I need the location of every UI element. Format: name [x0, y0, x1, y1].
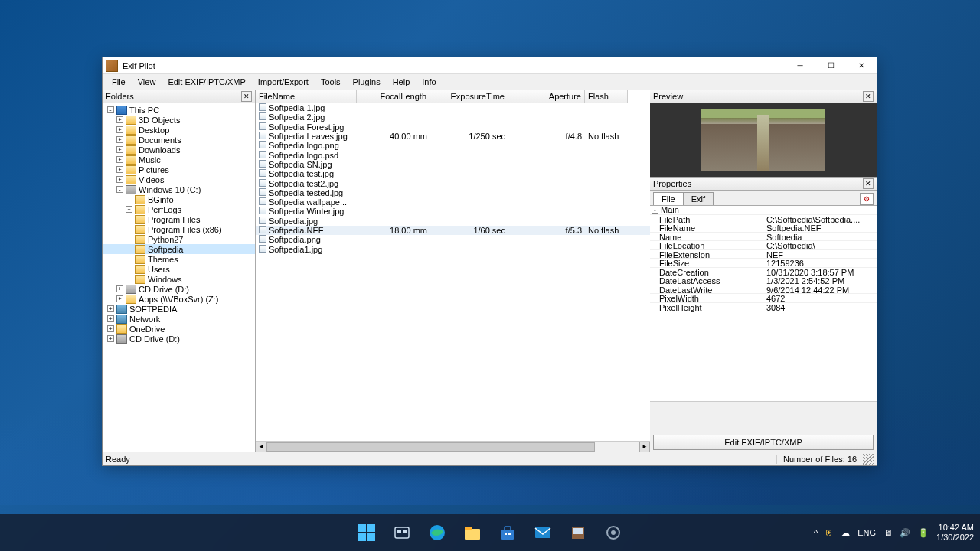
tree-item[interactable]: +Pictures [103, 165, 255, 174]
tree-item[interactable]: +3D Objects [103, 115, 255, 125]
group-toggle-icon[interactable]: - [652, 207, 658, 214]
tree-item[interactable]: +SOFTPEDIA [103, 304, 255, 314]
menu-info[interactable]: Info [416, 76, 442, 88]
tree-toggle-icon[interactable]: + [116, 295, 123, 302]
property-row[interactable]: DateCreation10/31/2020 3:18:57 PM [650, 268, 877, 277]
scroll-right-button[interactable]: ► [639, 442, 650, 452]
preview-close-icon[interactable]: ✕ [863, 91, 874, 102]
start-button[interactable] [351, 517, 382, 548]
file-row[interactable]: Softpedia tested.jpg [256, 188, 650, 197]
menu-help[interactable]: Help [387, 76, 416, 88]
tray-display-icon[interactable]: 🖥 [884, 528, 892, 537]
properties-grid[interactable]: -MainFilePathC:\Softpedia\Softpedia....F… [650, 206, 877, 401]
tree-toggle-icon[interactable]: + [126, 206, 132, 213]
file-row[interactable]: Softpedia logo.psd [256, 150, 650, 159]
task-view-icon[interactable] [387, 517, 417, 548]
tree-item[interactable]: +Downloads [103, 145, 255, 155]
file-list-body[interactable]: Softpedia 1.jpgSoftpedia 2.jpgSoftpedia … [256, 103, 650, 441]
tree-item[interactable]: +CD Drive (D:) [103, 284, 255, 294]
menu-plugins[interactable]: Plugins [347, 76, 387, 88]
tab-exif[interactable]: Exif [683, 192, 714, 205]
tree-toggle-icon[interactable]: + [116, 285, 123, 292]
tree-item[interactable]: +Music [103, 155, 255, 165]
property-row[interactable]: FileLocationC:\Softpedia\ [650, 241, 877, 250]
store-icon[interactable] [492, 517, 523, 548]
tree-item[interactable]: Python27 [103, 234, 255, 244]
file-row[interactable]: Softpedia.NEF18.00 mm1/60 secf/5.3No fla… [256, 226, 650, 235]
taskbar[interactable]: ^ ⛨ ☁ ENG 🖥 🔊 🔋 10:42 AM 1/30/2022 [0, 514, 980, 551]
tab-file[interactable]: File [653, 192, 684, 205]
tree-toggle-icon[interactable]: + [116, 126, 123, 133]
tray-weather-icon[interactable]: ☁ [841, 528, 850, 538]
tree-item[interactable]: +Desktop [103, 125, 255, 135]
file-row[interactable]: Softpedia 1.jpg [256, 103, 650, 112]
tree-toggle-icon[interactable]: + [107, 325, 114, 332]
menu-tools[interactable]: Tools [315, 76, 347, 88]
tree-toggle-icon[interactable]: + [107, 335, 114, 342]
property-group[interactable]: -Main [650, 206, 679, 214]
edit-exif-button[interactable]: Edit EXIF/IPTC/XMP [653, 435, 874, 450]
column-header[interactable]: Aperture [508, 90, 585, 103]
tray-language[interactable]: ENG [858, 528, 876, 537]
resize-grip[interactable] [863, 454, 874, 465]
file-row[interactable]: Softpedia Forest.jpg [256, 122, 650, 132]
tree-toggle-icon[interactable]: + [116, 166, 123, 173]
titlebar[interactable]: Exif Pilot ─ ☐ ✕ [103, 57, 877, 74]
property-row[interactable]: FilePathC:\Softpedia\Softpedia.... [650, 215, 877, 224]
tree-item[interactable]: +Apps (\\VBoxSvr) (Z:) [103, 294, 255, 304]
tree-item[interactable]: Themes [103, 254, 255, 264]
tree-item[interactable]: +Documents [103, 135, 255, 145]
folder-tree[interactable]: -This PC+3D Objects+Desktop+Documents+Do… [103, 103, 255, 452]
file-row[interactable]: Softpedia.jpg [256, 217, 650, 226]
property-row[interactable]: DateLastWrite9/6/2014 12:44:22 PM [650, 285, 877, 295]
edge-icon[interactable] [422, 517, 452, 548]
tree-toggle-icon[interactable]: - [116, 186, 123, 193]
column-header[interactable]: Flash [585, 90, 628, 103]
tree-item[interactable]: Program Files [103, 214, 255, 224]
file-row[interactable]: Softpedia Winter.jpg [256, 207, 650, 216]
taskbar-clock[interactable]: 10:42 AM 1/30/2022 [936, 523, 974, 543]
explorer-icon[interactable] [457, 517, 488, 548]
property-row[interactable]: DateLastAccess1/3/2021 2:54:52 PM [650, 276, 877, 285]
mail-icon[interactable] [528, 517, 558, 548]
file-row[interactable]: Softpedia1.jpg [256, 244, 650, 253]
scroll-track[interactable] [266, 442, 639, 452]
file-row[interactable]: Softpedia.png [256, 235, 650, 244]
tray-battery-icon[interactable]: 🔋 [918, 528, 929, 538]
tree-toggle-icon[interactable]: + [116, 136, 123, 143]
tree-toggle-icon[interactable]: + [116, 156, 123, 163]
property-row[interactable]: NameSoftpedia [650, 233, 877, 242]
folders-close-icon[interactable]: ✕ [241, 91, 252, 102]
tree-toggle-icon[interactable]: + [116, 176, 123, 183]
tree-toggle-icon[interactable]: + [107, 305, 114, 312]
tree-item[interactable]: Softpedia [103, 244, 255, 254]
tree-toggle-icon[interactable]: - [107, 106, 114, 113]
file-row[interactable]: Softpedia SN.jpg [256, 160, 650, 169]
scroll-left-button[interactable]: ◄ [256, 442, 266, 452]
maximize-button[interactable]: ☐ [815, 57, 846, 74]
close-button[interactable]: ✕ [846, 57, 877, 74]
file-row[interactable]: Softpedia logo.png [256, 141, 650, 150]
tree-item[interactable]: -This PC [103, 105, 255, 115]
column-header[interactable]: FileName [256, 90, 357, 103]
file-row[interactable]: Softpedia test2.jpg [256, 178, 650, 187]
tree-item[interactable]: +CD Drive (D:) [103, 334, 255, 344]
system-tray[interactable]: ^ ⛨ ☁ ENG 🖥 🔊 🔋 10:42 AM 1/30/2022 [814, 523, 974, 543]
property-row[interactable]: PixelWidth4672 [650, 294, 877, 303]
menu-edit-exif-iptc-xmp[interactable]: Edit EXIF/IPTC/XMP [162, 76, 251, 88]
tray-volume-icon[interactable]: 🔊 [900, 528, 910, 538]
scroll-thumb[interactable] [266, 442, 595, 452]
tree-item[interactable]: +OneDrive [103, 324, 255, 334]
horizontal-scrollbar[interactable]: ◄ ► [256, 441, 650, 452]
menu-import-export[interactable]: Import/Export [252, 76, 315, 88]
tree-item[interactable]: +Network [103, 314, 255, 324]
tray-security-icon[interactable]: ⛨ [825, 528, 834, 537]
menu-file[interactable]: File [106, 76, 132, 88]
tree-toggle-icon[interactable]: + [116, 116, 123, 123]
file-row[interactable]: Softpedia test.jpg [256, 169, 650, 178]
properties-options-icon[interactable]: ⚙ [860, 193, 874, 205]
tree-toggle-icon[interactable]: + [116, 146, 123, 153]
tree-item[interactable]: -Windows 10 (C:) [103, 184, 255, 194]
tree-item[interactable]: Users [103, 264, 255, 274]
menu-view[interactable]: View [132, 76, 162, 88]
